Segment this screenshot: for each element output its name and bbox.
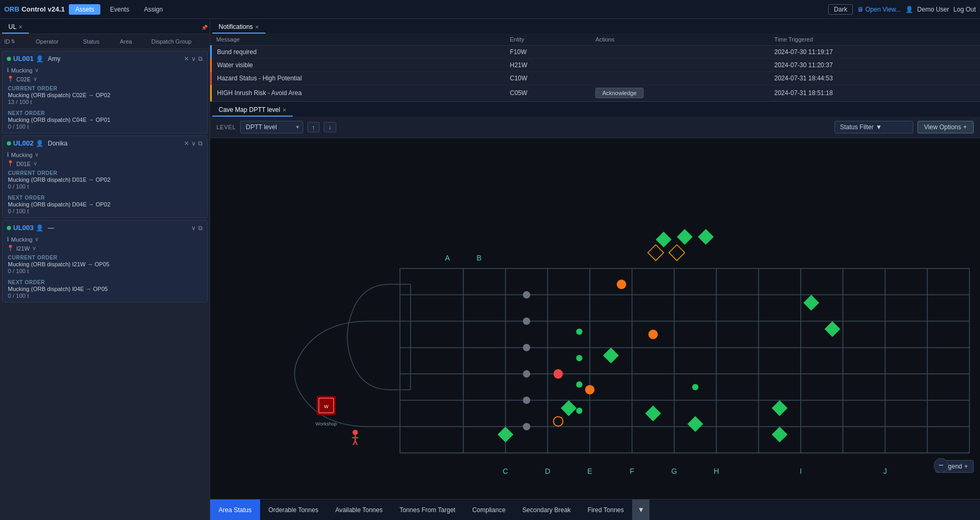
- status-dot-ul002: [7, 141, 11, 145]
- grey-marker-4: [523, 370, 530, 378]
- acknowledge-button[interactable]: Acknowledge: [595, 88, 643, 98]
- status-dot-ul001: [7, 57, 11, 61]
- tab-secondary-break[interactable]: Secondary Break: [514, 500, 579, 520]
- external-btn-ul003[interactable]: ⧉: [198, 224, 203, 232]
- user-label[interactable]: Demo User: [917, 6, 950, 13]
- location-expand-ul002[interactable]: ∨: [33, 160, 37, 167]
- user-icon: 👤: [905, 6, 913, 13]
- left-tab-bar: UL ✕ 📌: [0, 19, 210, 34]
- location-row-ul003: 📍 I21W ∨: [3, 244, 207, 253]
- open-view-link[interactable]: 🖥 Open View...: [857, 6, 901, 13]
- grey-marker-2: [523, 317, 530, 325]
- location-label-ul002: D01E: [16, 161, 31, 167]
- location-expand-ul001[interactable]: ∨: [33, 76, 37, 82]
- operator-name-ul003: —: [48, 224, 54, 232]
- col-message-header: Message: [211, 34, 505, 46]
- info-icon-ul003: ℹ: [7, 236, 9, 243]
- svg-point-24: [353, 430, 358, 435]
- ul-tab[interactable]: UL ✕: [2, 21, 29, 34]
- level-select[interactable]: DPTT level: [240, 121, 303, 133]
- view-options-button[interactable]: View Options +: [917, 121, 974, 133]
- next-order-text-ul003: Mucking (ORB dispatch) I04E → OP05: [8, 286, 202, 292]
- grey-marker-3: [523, 344, 530, 351]
- activity-expand-ul001[interactable]: ∨: [35, 67, 39, 74]
- activity-label-ul001: Mucking: [11, 67, 33, 74]
- tab-available-tonnes[interactable]: Available Tonnes: [327, 500, 391, 520]
- expand-btn-ul003[interactable]: ∨: [191, 224, 196, 232]
- svg-text:Workshop: Workshop: [316, 421, 337, 427]
- cave-map-area: A B C D E F G H I J: [210, 138, 980, 499]
- status-filter-button[interactable]: Status Filter ▼: [834, 121, 913, 133]
- asset-card-ul001: UL001 👤 Amy ✕ ∨ ⧉ ℹ Mucking ∨ 📍 C0: [2, 51, 208, 133]
- pin-icon[interactable]: 📌: [201, 25, 208, 30]
- tab-orderable-tonnes[interactable]: Orderable Tonnes: [260, 500, 327, 520]
- grey-marker-5: [523, 397, 530, 404]
- hazard-marker-3: [585, 385, 594, 394]
- events-nav-button[interactable]: Events: [105, 4, 135, 15]
- current-progress-ul003: 0 / 100 t: [8, 268, 202, 274]
- status-filter-label: Status Filter: [840, 123, 874, 131]
- cave-map-tab-label: Cave Map DPTT level: [219, 106, 280, 113]
- asset-id-ul003: UL003: [13, 224, 34, 232]
- next-order-section-ul001: NEXT ORDER Mucking (ORB dispatch) C04E →…: [3, 108, 207, 133]
- current-progress-ul002: 0 / 100 t: [8, 183, 202, 190]
- legend-plus-icon: +: [964, 463, 968, 470]
- cave-map-tab-close[interactable]: ✕: [282, 107, 286, 113]
- tab-tonnes-from-target[interactable]: Tonnes From Target: [391, 500, 464, 520]
- col-entity-header: Entity: [504, 34, 590, 46]
- col-area-header: Area: [118, 38, 149, 45]
- level-down-button[interactable]: ↓: [324, 122, 336, 132]
- location-label-ul001: C02E: [16, 76, 31, 82]
- notif-row-2: Hazard Status - High Potential C10W 2024…: [211, 72, 981, 85]
- level-up-button[interactable]: ↑: [307, 122, 320, 132]
- next-order-label-ul003: NEXT ORDER: [8, 279, 202, 285]
- ul-tab-close[interactable]: ✕: [18, 24, 23, 30]
- external-btn-ul001[interactable]: ⧉: [198, 55, 203, 63]
- info-icon-ul001: ℹ: [7, 67, 9, 74]
- tab-fired-tonnes[interactable]: Fired Tonnes: [579, 500, 632, 520]
- location-expand-ul003[interactable]: ∨: [32, 245, 36, 252]
- operator-icon-ul003: 👤: [36, 224, 44, 232]
- next-order-section-ul003: NEXT ORDER Mucking (ORB dispatch) I04E →…: [3, 277, 207, 302]
- expand-btn-ul001[interactable]: ∨: [191, 55, 196, 63]
- zoom-control: −: [934, 458, 948, 473]
- info-icon-ul002: ℹ: [7, 151, 9, 158]
- activity-expand-ul002[interactable]: ∨: [35, 151, 39, 158]
- notifications-tab[interactable]: Notifications ✕: [212, 21, 265, 34]
- activity-expand-ul003[interactable]: ∨: [35, 236, 39, 243]
- bottom-tabs-more-button[interactable]: ▼: [632, 500, 649, 520]
- next-order-text-ul002: Mucking (ORB dispatch) D04E → OP02: [8, 201, 202, 207]
- notif-row-0: Bund required F10W 2024-07-30 11:19:17: [211, 46, 981, 59]
- notif-actions-2: [590, 72, 769, 85]
- level-select-wrapper: DPTT level: [240, 121, 303, 133]
- hazard-marker-2: [648, 330, 658, 339]
- current-order-section-ul003: CURRENT ORDER Mucking (ORB dispatch) I21…: [3, 253, 207, 277]
- current-order-label-ul001: CURRENT ORDER: [8, 86, 202, 91]
- asset-controls-ul003: ∨ ⧉: [191, 224, 203, 232]
- notifications-tab-close[interactable]: ✕: [255, 24, 259, 30]
- close-btn-ul001[interactable]: ✕: [184, 55, 189, 63]
- theme-toggle-button[interactable]: Dark: [828, 4, 853, 15]
- status-filter-chevron-icon: ▼: [876, 123, 882, 131]
- cave-map-toolbar: LEVEL DPTT level ↑ ↓ Status Filter ▼: [210, 117, 980, 138]
- close-btn-ul002[interactable]: ✕: [184, 140, 189, 147]
- notif-entity-2: C10W: [504, 72, 590, 85]
- expand-btn-ul002[interactable]: ∨: [191, 140, 196, 147]
- logout-button[interactable]: Log Out: [953, 6, 976, 13]
- notif-time-0: 2024-07-30 11:19:17: [769, 46, 980, 59]
- assets-nav-button[interactable]: Assets: [69, 4, 100, 15]
- asset-controls-ul001: ✕ ∨ ⧉: [184, 55, 203, 63]
- green-sm-1: [576, 329, 582, 335]
- workshop-marker: W Workshop: [316, 396, 337, 427]
- tab-area-status[interactable]: Area Status: [210, 500, 260, 520]
- tab-compliance[interactable]: Compliance: [464, 500, 514, 520]
- notif-header-row: Message Entity Actions Time Triggered: [211, 34, 981, 46]
- current-order-text-ul003: Mucking (ORB dispatch) I21W → OP05: [8, 261, 202, 267]
- svg-text:W: W: [324, 404, 328, 409]
- external-btn-ul002[interactable]: ⧉: [198, 140, 203, 147]
- operator-name-ul001: Amy: [48, 55, 60, 63]
- activity-row-ul003: ℹ Mucking ∨: [3, 235, 207, 244]
- zoom-out-button[interactable]: −: [934, 458, 948, 473]
- cave-map-tab[interactable]: Cave Map DPTT level ✕: [212, 104, 293, 117]
- assign-nav-button[interactable]: Assign: [139, 4, 168, 15]
